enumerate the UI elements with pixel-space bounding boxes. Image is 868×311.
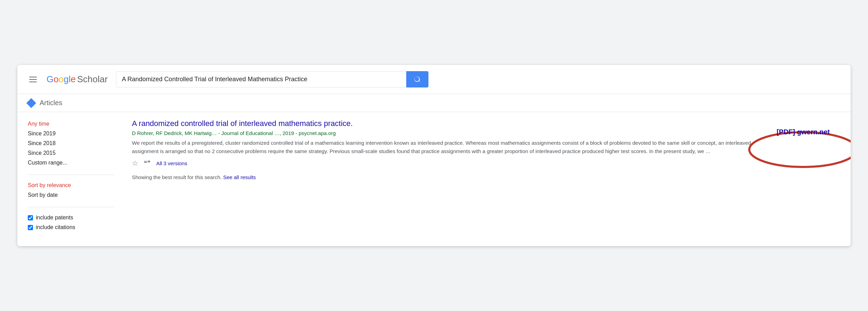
result-pub-separator: - bbox=[218, 130, 221, 136]
result-authors: D Rohrer, RF Dedrick, MK Hartwig… bbox=[132, 130, 218, 136]
result-main: A randomized controlled trial of interle… bbox=[132, 119, 759, 180]
logo-scholar-text: Scholar bbox=[77, 74, 108, 85]
logo-letter-g: G bbox=[47, 74, 53, 84]
sidebar-divider-2 bbox=[28, 207, 115, 207]
search-button[interactable] bbox=[406, 71, 428, 87]
include-filter-section: include patents include citations bbox=[28, 213, 115, 232]
result-coauthors: RF Dedrick, MK Hartwig… bbox=[156, 130, 217, 136]
include-citations-label[interactable]: include citations bbox=[28, 222, 115, 232]
result-snippet: We report the results of a preregistered… bbox=[132, 139, 759, 156]
sidebar-divider-1 bbox=[28, 175, 115, 175]
search-icon bbox=[414, 76, 421, 83]
logo-letter-g2: g bbox=[64, 74, 68, 84]
result-pdf-area: [PDF] gwern.net bbox=[766, 119, 840, 180]
sidebar-item-any-time[interactable]: Any time bbox=[28, 119, 115, 129]
include-patents-label[interactable]: include patents bbox=[28, 213, 115, 222]
time-filter-section: Any time Since 2019 Since 2018 Since 201… bbox=[28, 119, 115, 168]
result-title[interactable]: A randomized controlled trial of interle… bbox=[132, 119, 759, 128]
star-icon[interactable]: ☆ bbox=[132, 159, 138, 167]
browser-window: Google Scholar Articles Any time Since 2… bbox=[17, 65, 851, 246]
search-input[interactable] bbox=[116, 71, 406, 87]
include-patents-text: include patents bbox=[36, 215, 73, 221]
include-patents-checkbox[interactable] bbox=[28, 215, 33, 220]
main-content: Any time Since 2019 Since 2018 Since 201… bbox=[17, 112, 851, 246]
result-meta: D Rohrer, RF Dedrick, MK Hartwig… - Jour… bbox=[132, 130, 759, 136]
include-citations-checkbox[interactable] bbox=[28, 225, 33, 230]
results-area: A randomized controlled trial of interle… bbox=[125, 119, 840, 239]
sidebar-item-sort-date[interactable]: Sort by date bbox=[28, 190, 115, 200]
result-publication: Journal of Educational …, 2019 bbox=[222, 130, 294, 136]
header: Google Scholar bbox=[17, 65, 851, 94]
sidebar-item-custom-range[interactable]: Custom range... bbox=[28, 158, 115, 168]
sort-filter-section: Sort by relevance Sort by date bbox=[28, 180, 115, 200]
sidebar-item-since-2018[interactable]: Since 2018 bbox=[28, 138, 115, 148]
cite-icon[interactable]: ❝❞ bbox=[144, 159, 151, 167]
sidebar-item-since-2019[interactable]: Since 2019 bbox=[28, 129, 115, 138]
hamburger-menu-button[interactable] bbox=[28, 75, 38, 84]
result-item: A randomized controlled trial of interle… bbox=[132, 119, 840, 180]
pdf-gwern-link[interactable]: [PDF] gwern.net bbox=[766, 121, 840, 143]
include-citations-text: include citations bbox=[36, 224, 75, 230]
result-source: psycnet.apa.org bbox=[299, 130, 336, 136]
result-source-separator: - bbox=[295, 130, 299, 136]
sidebar-item-since-2015[interactable]: Since 2015 bbox=[28, 148, 115, 158]
all-versions-link[interactable]: All 3 versions bbox=[156, 160, 187, 166]
sidebar: Any time Since 2019 Since 2018 Since 201… bbox=[28, 119, 125, 239]
articles-label: Articles bbox=[40, 99, 62, 107]
logo-letter-o1: o bbox=[53, 74, 58, 84]
articles-diamond-icon bbox=[26, 98, 36, 108]
showing-best-result: Showing the best result for this search.… bbox=[132, 174, 759, 180]
logo-letter-e: e bbox=[70, 74, 75, 84]
search-bar bbox=[116, 71, 428, 87]
result-author-link[interactable]: D Rohrer bbox=[132, 130, 153, 136]
see-all-results-link[interactable]: See all results bbox=[223, 174, 256, 180]
logo-letter-o2: o bbox=[59, 74, 64, 84]
sidebar-item-sort-relevance[interactable]: Sort by relevance bbox=[28, 180, 115, 190]
result-actions: ☆ ❝❞ All 3 versions bbox=[132, 159, 759, 167]
logo[interactable]: Google Scholar bbox=[47, 74, 108, 85]
articles-bar: Articles bbox=[17, 94, 851, 112]
